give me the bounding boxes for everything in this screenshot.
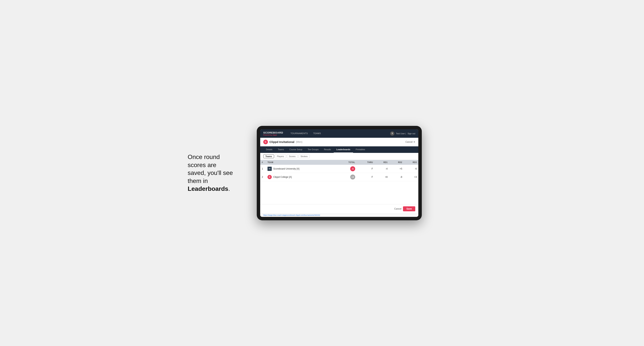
- tab-details[interactable]: Details: [263, 146, 275, 153]
- tab-teams[interactable]: Teams: [275, 146, 287, 153]
- filter-strokes[interactable]: Strokes: [298, 155, 310, 158]
- tab-tee-groups[interactable]: Tee Groups: [305, 146, 321, 153]
- user-name: Test User |: [396, 132, 406, 135]
- tournament-logo: C: [263, 140, 268, 144]
- intro-text: Once round scores are saved, you'll see …: [188, 153, 245, 193]
- team-logo-1: SU: [268, 167, 272, 171]
- tablet-screen: SCOREBOARD Powered by clippd Tournaments…: [260, 129, 418, 217]
- total-cell-2: +3: [337, 173, 356, 181]
- cancel-button-footer[interactable]: Cancel: [394, 207, 402, 210]
- main-tabs: Details Teams Course Setup Tee Groups Re…: [260, 146, 418, 153]
- tournament-name: Clippd Invitational: [270, 140, 294, 144]
- filter-scores[interactable]: Scores: [287, 155, 298, 158]
- filter-players[interactable]: Players: [275, 155, 286, 158]
- nav-tournaments[interactable]: Tournaments: [288, 129, 310, 138]
- logo-area: SCOREBOARD Powered by clippd: [263, 131, 283, 136]
- rank-1: 1: [260, 165, 266, 173]
- team-cell-1: SU Scoreboard University [A]: [266, 165, 337, 173]
- table-row: 1 SU Scoreboard University [A] -5: [260, 165, 418, 173]
- thru-2: F: [357, 173, 374, 181]
- nav-teams[interactable]: Teams: [310, 129, 324, 138]
- rd1-2: +8: [374, 173, 389, 181]
- filter-teams[interactable]: Teams: [263, 155, 274, 158]
- score-badge-2: +3: [350, 174, 355, 179]
- nav-bar: SCOREBOARD Powered by clippd Tournaments…: [260, 129, 418, 138]
- empty-space: [260, 181, 418, 204]
- tab-printables[interactable]: Printables: [353, 146, 368, 153]
- rank-2: 2: [260, 173, 266, 181]
- thru-1: F: [357, 165, 374, 173]
- tab-course-setup[interactable]: Course Setup: [287, 146, 305, 153]
- tournament-gender: (Men): [296, 141, 302, 143]
- tablet-device: SCOREBOARD Powered by clippd Tournaments…: [257, 126, 422, 220]
- col-header-team: Team: [266, 160, 337, 165]
- col-header-rd2: RD2: [389, 160, 404, 165]
- rd3-1: -6: [404, 165, 418, 173]
- rd2-1: +5: [389, 165, 404, 173]
- save-button[interactable]: Save: [403, 206, 415, 211]
- nav-links: Tournaments Teams: [288, 129, 390, 138]
- url-bar: https://stage-blue-coach.stagescoreboard…: [260, 213, 418, 217]
- sign-out-link[interactable]: Sign out: [408, 132, 415, 135]
- team-logo-2: C: [268, 175, 272, 179]
- col-header-total: Total: [337, 160, 356, 165]
- cancel-button-top[interactable]: Cancel ✕: [406, 141, 415, 143]
- col-header-rank: #: [260, 160, 266, 165]
- col-header-thru: Thru: [357, 160, 374, 165]
- table-row: 2 C Clippd College [A] +3 F: [260, 173, 418, 181]
- col-header-rd1: RD1: [374, 160, 389, 165]
- total-cell-1: -5: [337, 165, 356, 173]
- score-badge-1: -5: [350, 166, 355, 171]
- team-name-1: Scoreboard University [A]: [273, 168, 299, 170]
- logo-scoreboard: SCOREBOARD: [263, 131, 283, 134]
- tab-results[interactable]: Results: [321, 146, 334, 153]
- tab-leaderboards[interactable]: Leaderboards: [334, 146, 353, 153]
- logo-powered: Powered by clippd: [263, 134, 283, 136]
- rd1-1: -4: [374, 165, 389, 173]
- nav-right: S Test User | Sign out: [390, 131, 415, 136]
- sub-filters: Teams Players Scores Strokes: [260, 153, 418, 160]
- rd2-2: -8: [389, 173, 404, 181]
- tournament-title: C Clippd Invitational (Men): [263, 140, 302, 144]
- footer: Cancel Save: [260, 204, 418, 213]
- team-cell-2: C Clippd College [A]: [266, 173, 337, 181]
- team-name-2: Clippd College [A]: [273, 176, 292, 178]
- url-text: https://stage-blue-coach.stagescoreboard…: [263, 214, 320, 216]
- leaderboard-table: # Team Total Thru RD1 RD2 RD3 1: [260, 160, 418, 181]
- tournament-header: C Clippd Invitational (Men) Cancel ✕: [260, 138, 418, 146]
- rd3-2: +3: [404, 173, 418, 181]
- user-avatar: S: [390, 131, 394, 136]
- col-header-rd3: RD3: [404, 160, 418, 165]
